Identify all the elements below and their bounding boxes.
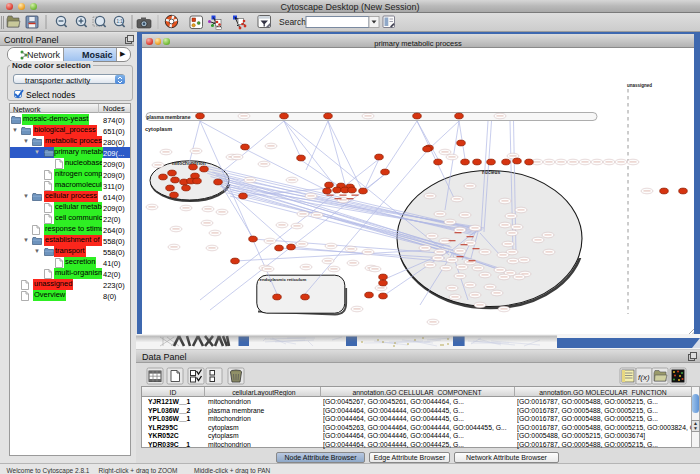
svg-text:unassigned: unassigned: [627, 83, 652, 88]
svg-text:Search:: Search:: [279, 17, 308, 27]
svg-text:endoplasmic reticulum: endoplasmic reticulum: [260, 277, 307, 282]
svg-text:f(x): f(x): [638, 373, 650, 382]
svg-text:cytoplasm: cytoplasm: [145, 126, 172, 132]
svg-text:plasma membrane: plasma membrane: [147, 114, 191, 120]
svg-text:1:1: 1:1: [116, 19, 123, 24]
